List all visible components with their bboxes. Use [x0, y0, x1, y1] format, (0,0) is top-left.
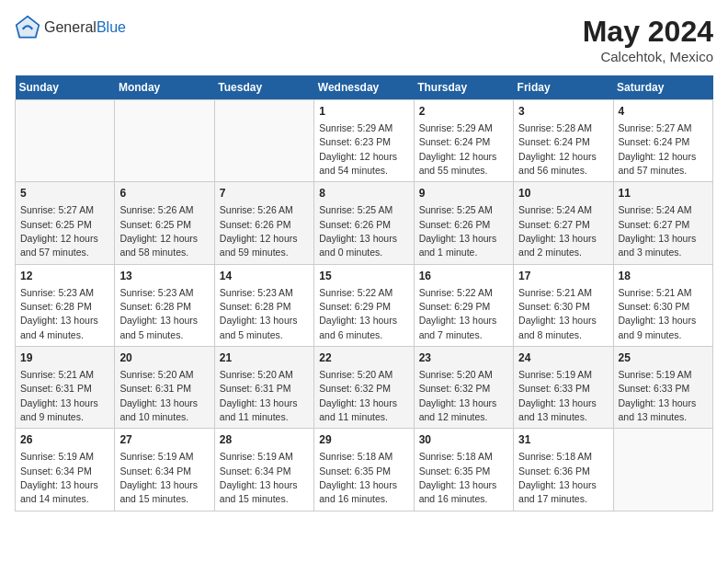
calendar-cell: 12Sunrise: 5:23 AM Sunset: 6:28 PM Dayli…: [16, 264, 115, 346]
calendar-cell: 25Sunrise: 5:19 AM Sunset: 6:33 PM Dayli…: [613, 347, 712, 429]
day-number: 13: [119, 269, 209, 284]
location: Calcehtok, Mexico: [583, 49, 713, 64]
calendar-cell: 8Sunrise: 5:25 AM Sunset: 6:26 PM Daylig…: [314, 182, 414, 264]
logo-icon: [15, 15, 40, 40]
weekday-header-cell: Tuesday: [214, 75, 313, 100]
day-info: Sunrise: 5:18 AM Sunset: 6:35 PM Dayligh…: [419, 451, 497, 504]
day-info: Sunrise: 5:19 AM Sunset: 6:34 PM Dayligh…: [20, 451, 98, 504]
day-info: Sunrise: 5:18 AM Sunset: 6:36 PM Dayligh…: [518, 451, 597, 504]
calendar-cell: [214, 100, 313, 182]
day-info: Sunrise: 5:22 AM Sunset: 6:29 PM Dayligh…: [419, 287, 497, 340]
calendar-cell: 19Sunrise: 5:21 AM Sunset: 6:31 PM Dayli…: [16, 347, 115, 429]
logo-blue: Blue: [97, 19, 126, 35]
weekday-header-cell: Monday: [115, 75, 214, 100]
calendar-cell: 27Sunrise: 5:19 AM Sunset: 6:34 PM Dayli…: [115, 429, 214, 511]
weekday-header-row: SundayMondayTuesdayWednesdayThursdayFrid…: [16, 75, 713, 100]
calendar-cell: 15Sunrise: 5:22 AM Sunset: 6:29 PM Dayli…: [314, 264, 414, 346]
calendar-cell: 9Sunrise: 5:25 AM Sunset: 6:26 PM Daylig…: [414, 182, 513, 264]
day-info: Sunrise: 5:23 AM Sunset: 6:28 PM Dayligh…: [119, 287, 198, 340]
day-info: Sunrise: 5:19 AM Sunset: 6:34 PM Dayligh…: [220, 451, 298, 504]
day-info: Sunrise: 5:24 AM Sunset: 6:27 PM Dayligh…: [619, 204, 697, 258]
calendar-cell: 26Sunrise: 5:19 AM Sunset: 6:34 PM Dayli…: [16, 429, 115, 511]
day-info: Sunrise: 5:27 AM Sunset: 6:24 PM Dayligh…: [619, 122, 697, 176]
day-number: 30: [419, 432, 508, 448]
calendar-cell: 1Sunrise: 5:29 AM Sunset: 6:23 PM Daylig…: [314, 100, 414, 182]
day-number: 26: [20, 432, 109, 448]
day-info: Sunrise: 5:23 AM Sunset: 6:28 PM Dayligh…: [220, 287, 298, 340]
day-info: Sunrise: 5:21 AM Sunset: 6:30 PM Dayligh…: [619, 287, 697, 340]
calendar-cell: 24Sunrise: 5:19 AM Sunset: 6:33 PM Dayli…: [514, 347, 613, 429]
weekday-header-cell: Sunday: [16, 75, 115, 100]
day-number: 7: [220, 186, 309, 201]
day-number: 12: [20, 269, 109, 284]
calendar-cell: 16Sunrise: 5:22 AM Sunset: 6:29 PM Dayli…: [414, 264, 513, 346]
calendar-cell: 29Sunrise: 5:18 AM Sunset: 6:35 PM Dayli…: [314, 429, 414, 511]
weekday-header-cell: Friday: [514, 75, 613, 100]
day-info: Sunrise: 5:29 AM Sunset: 6:24 PM Dayligh…: [419, 122, 497, 176]
calendar-cell: 18Sunrise: 5:21 AM Sunset: 6:30 PM Dayli…: [613, 264, 712, 346]
calendar-cell: 6Sunrise: 5:26 AM Sunset: 6:25 PM Daylig…: [115, 182, 214, 264]
weekday-header-cell: Saturday: [613, 75, 712, 100]
day-info: Sunrise: 5:19 AM Sunset: 6:34 PM Dayligh…: [119, 451, 198, 504]
calendar-cell: 11Sunrise: 5:24 AM Sunset: 6:27 PM Dayli…: [613, 182, 712, 264]
calendar-cell: 2Sunrise: 5:29 AM Sunset: 6:24 PM Daylig…: [414, 100, 513, 182]
day-info: Sunrise: 5:20 AM Sunset: 6:32 PM Dayligh…: [419, 369, 497, 422]
calendar-cell: 21Sunrise: 5:20 AM Sunset: 6:31 PM Dayli…: [214, 347, 313, 429]
month-title: May 2024: [583, 15, 713, 49]
day-number: 18: [619, 269, 708, 284]
calendar-week-row: 26Sunrise: 5:19 AM Sunset: 6:34 PM Dayli…: [16, 429, 713, 511]
day-number: 15: [319, 269, 408, 284]
page-header: GeneralBlue May 2024 Calcehtok, Mexico: [15, 15, 713, 64]
day-number: 23: [419, 350, 508, 366]
day-number: 20: [119, 350, 209, 366]
calendar-cell: 22Sunrise: 5:20 AM Sunset: 6:32 PM Dayli…: [314, 347, 414, 429]
day-info: Sunrise: 5:22 AM Sunset: 6:29 PM Dayligh…: [319, 287, 397, 340]
calendar-cell: 13Sunrise: 5:23 AM Sunset: 6:28 PM Dayli…: [115, 264, 214, 346]
day-number: 9: [419, 186, 508, 201]
logo-text: GeneralBlue: [44, 19, 126, 36]
day-number: 31: [518, 432, 608, 448]
calendar-week-row: 12Sunrise: 5:23 AM Sunset: 6:28 PM Dayli…: [16, 264, 713, 346]
day-info: Sunrise: 5:23 AM Sunset: 6:28 PM Dayligh…: [20, 287, 98, 340]
weekday-header-cell: Thursday: [414, 75, 513, 100]
calendar-cell: 20Sunrise: 5:20 AM Sunset: 6:31 PM Dayli…: [115, 347, 214, 429]
day-number: 17: [518, 269, 608, 284]
day-info: Sunrise: 5:21 AM Sunset: 6:31 PM Dayligh…: [20, 369, 98, 422]
day-number: 19: [20, 350, 109, 366]
calendar-cell: 3Sunrise: 5:28 AM Sunset: 6:24 PM Daylig…: [514, 100, 613, 182]
calendar-cell: [613, 429, 712, 511]
day-number: 5: [20, 186, 109, 201]
day-info: Sunrise: 5:28 AM Sunset: 6:24 PM Dayligh…: [518, 122, 597, 176]
calendar-cell: 28Sunrise: 5:19 AM Sunset: 6:34 PM Dayli…: [214, 429, 313, 511]
day-number: 2: [419, 104, 508, 120]
calendar-cell: 14Sunrise: 5:23 AM Sunset: 6:28 PM Dayli…: [214, 264, 313, 346]
calendar-week-row: 19Sunrise: 5:21 AM Sunset: 6:31 PM Dayli…: [16, 347, 713, 429]
day-info: Sunrise: 5:27 AM Sunset: 6:25 PM Dayligh…: [20, 204, 98, 258]
day-info: Sunrise: 5:18 AM Sunset: 6:35 PM Dayligh…: [319, 451, 397, 504]
calendar-cell: 23Sunrise: 5:20 AM Sunset: 6:32 PM Dayli…: [414, 347, 513, 429]
day-number: 6: [119, 186, 209, 201]
calendar-cell: 10Sunrise: 5:24 AM Sunset: 6:27 PM Dayli…: [514, 182, 613, 264]
day-info: Sunrise: 5:24 AM Sunset: 6:27 PM Dayligh…: [518, 204, 597, 258]
day-info: Sunrise: 5:20 AM Sunset: 6:31 PM Dayligh…: [119, 369, 198, 422]
calendar-week-row: 5Sunrise: 5:27 AM Sunset: 6:25 PM Daylig…: [16, 182, 713, 264]
day-number: 8: [319, 186, 408, 201]
calendar-cell: 17Sunrise: 5:21 AM Sunset: 6:30 PM Dayli…: [514, 264, 613, 346]
calendar-cell: 4Sunrise: 5:27 AM Sunset: 6:24 PM Daylig…: [613, 100, 712, 182]
day-number: 22: [319, 350, 408, 366]
calendar-cell: [115, 100, 214, 182]
day-info: Sunrise: 5:21 AM Sunset: 6:30 PM Dayligh…: [518, 287, 597, 340]
day-number: 11: [619, 186, 708, 201]
day-info: Sunrise: 5:20 AM Sunset: 6:32 PM Dayligh…: [319, 369, 397, 422]
calendar-cell: 7Sunrise: 5:26 AM Sunset: 6:26 PM Daylig…: [214, 182, 313, 264]
day-number: 4: [619, 104, 708, 120]
calendar-cell: 30Sunrise: 5:18 AM Sunset: 6:35 PM Dayli…: [414, 429, 513, 511]
day-number: 29: [319, 432, 408, 448]
day-number: 14: [220, 269, 309, 284]
day-number: 10: [518, 186, 608, 201]
day-info: Sunrise: 5:20 AM Sunset: 6:31 PM Dayligh…: [220, 369, 298, 422]
calendar-week-row: 1Sunrise: 5:29 AM Sunset: 6:23 PM Daylig…: [16, 100, 713, 182]
day-info: Sunrise: 5:19 AM Sunset: 6:33 PM Dayligh…: [619, 369, 697, 422]
title-block: May 2024 Calcehtok, Mexico: [583, 15, 713, 64]
day-info: Sunrise: 5:25 AM Sunset: 6:26 PM Dayligh…: [419, 204, 497, 258]
